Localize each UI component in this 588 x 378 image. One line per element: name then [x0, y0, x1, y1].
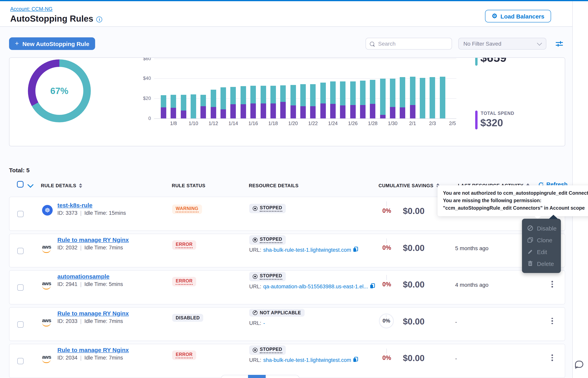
help-chat-icon[interactable]	[575, 361, 583, 368]
stacked-bar-1/30[interactable]	[390, 79, 396, 118]
stacked-bar-1/18[interactable]	[270, 86, 276, 118]
resource-url-link[interactable]: sha-bulk-rule-test-1.lightwingtest.com	[263, 247, 351, 253]
filter-sliders-icon[interactable]	[555, 39, 564, 48]
stacked-bar-1/7[interactable]	[161, 95, 166, 118]
aws-icon: aws	[42, 352, 53, 363]
select-all-checkbox[interactable]	[17, 181, 24, 188]
total-spend-swatch	[475, 110, 478, 129]
y-axis-tick: $60	[138, 57, 151, 61]
account-breadcrumb[interactable]: Account: CCM-NG	[10, 6, 52, 12]
stacked-bar-1/20[interactable]	[290, 85, 296, 118]
search-input[interactable]	[377, 40, 442, 47]
row-checkbox[interactable]	[17, 211, 24, 217]
copy-icon[interactable]	[353, 357, 358, 364]
rule-name-link[interactable]: Rule to manage RY Nginx	[57, 310, 129, 316]
select-menu-chevron-icon[interactable]	[27, 182, 33, 188]
resource-status-badge[interactable]: STOPPED	[249, 204, 286, 213]
row-options-kebab-button[interactable]	[549, 281, 556, 291]
stacked-bar-1/11[interactable]	[201, 95, 206, 118]
rule-status-badge[interactable]: ERROR	[172, 240, 196, 250]
menu-item-edit[interactable]: Edit	[522, 246, 561, 258]
rule-id-and-idle-time: ID: 2033|Idle Time: 7mins	[57, 318, 123, 324]
stacked-bar-1/16[interactable]	[250, 86, 256, 118]
rule-name-link[interactable]: Rule to manage RY Nginx	[57, 236, 129, 243]
stacked-bar-1/22[interactable]	[310, 84, 316, 118]
rule-status-badge[interactable]: ERROR	[172, 351, 196, 360]
tooltip-arrow	[533, 215, 542, 219]
total-savings-value: $659	[480, 57, 507, 65]
savings-amount: $0.00	[403, 243, 424, 253]
load-balancers-label: Load Balancers	[500, 13, 544, 19]
menu-item-clone[interactable]: Clone	[522, 234, 561, 246]
row-options-kebab-button[interactable]	[549, 318, 556, 328]
info-icon[interactable]: i	[97, 16, 102, 22]
resource-url-link[interactable]: qa-automation-alb-515563988.us-east-1.el…	[263, 284, 368, 289]
stacked-bar-2/3[interactable]	[430, 77, 435, 118]
stacked-bar-2/1[interactable]	[410, 77, 415, 118]
y-axis-tick: 0	[138, 116, 151, 121]
load-balancers-button[interactable]: ⚙ Load Balancers	[485, 10, 551, 22]
stacked-bar-1/23[interactable]	[320, 83, 326, 118]
menu-item-delete[interactable]: Delete	[522, 258, 561, 270]
row-checkbox[interactable]	[17, 321, 24, 327]
row-checkbox[interactable]	[17, 248, 24, 254]
resource-url-link[interactable]: -	[263, 320, 265, 326]
stacked-bar-2/2[interactable]	[420, 78, 425, 118]
aws-icon: aws	[42, 242, 53, 253]
stacked-bar-1/27[interactable]	[360, 81, 366, 118]
stacked-bar-1/13[interactable]	[220, 87, 226, 118]
resource-status-badge[interactable]: STOPPED	[249, 235, 286, 244]
y-axis-tick: $20	[138, 95, 151, 101]
stacked-bar-1/29[interactable]	[380, 79, 385, 118]
autostopping-rules-page: Account: CCM-NG AutoStopping Rules i ⚙ L…	[0, 0, 588, 378]
rule-name-link[interactable]: automationsample	[57, 273, 109, 280]
saved-filter-dropdown[interactable]: No Filter Saved	[458, 38, 546, 50]
stacked-bar-1/24[interactable]	[330, 81, 336, 118]
stopped-icon	[253, 274, 257, 279]
gridline	[154, 118, 456, 119]
rule-id-and-idle-time: ID: 2032|Idle Time: 7mins	[57, 244, 123, 250]
row-options-kebab-button[interactable]	[549, 354, 556, 365]
search-box[interactable]	[366, 38, 452, 50]
stacked-bar-1/17[interactable]	[260, 86, 266, 118]
stacked-bar-1/14[interactable]	[230, 87, 236, 118]
copy-icon[interactable]	[370, 283, 375, 290]
pagination-bar[interactable]	[221, 375, 299, 378]
resource-status-badge[interactable]: NOT APPLICABLE	[249, 309, 304, 316]
rule-name-link[interactable]: test-k8s-rule	[57, 202, 92, 208]
stacked-bar-1/25[interactable]	[340, 81, 346, 118]
column-cumulative-savings[interactable]: CUMULATIVE SAVINGS	[379, 183, 439, 189]
row-checkbox[interactable]	[17, 284, 24, 291]
stacked-bar-1/31[interactable]	[400, 77, 405, 118]
resource-status-badge[interactable]: STOPPED	[249, 272, 286, 281]
stacked-bar-2/4[interactable]	[440, 77, 445, 118]
sort-icon[interactable]	[79, 183, 82, 188]
stacked-bar-1/26[interactable]	[350, 81, 356, 118]
row-checkbox[interactable]	[17, 358, 24, 364]
stacked-bar-1/28[interactable]	[370, 80, 376, 118]
resource-url-link[interactable]: sha-bulk-rule-test-1.lightwingtest.com	[263, 357, 351, 363]
stacked-bar-1/19[interactable]	[280, 85, 286, 118]
total-count-label: Total: 5	[9, 167, 29, 174]
copy-icon[interactable]	[353, 246, 358, 253]
last-resource-activity: 5 months ago	[455, 245, 488, 251]
rule-status-badge[interactable]: DISABLED	[172, 314, 203, 322]
stacked-bar-1/15[interactable]	[241, 86, 246, 118]
current-page-button[interactable]	[248, 375, 266, 378]
stacked-bar-1/10[interactable]	[191, 94, 196, 118]
rule-status-badge[interactable]: WARNING	[172, 204, 202, 214]
x-axis-tick: 1/16	[248, 121, 258, 126]
stacked-bar-1/12[interactable]	[211, 90, 216, 118]
stacked-bar-1/21[interactable]	[300, 84, 306, 118]
savings-percentage: 67%	[35, 67, 83, 115]
savings-percentage-value: 0%	[375, 207, 398, 214]
column-rule-details[interactable]: RULE DETAILS	[41, 183, 82, 189]
stacked-bar-1/8[interactable]	[171, 95, 176, 118]
stacked-bar-1/9[interactable]	[181, 95, 186, 118]
rule-status-badge[interactable]: ERROR	[172, 277, 196, 286]
resource-status-badge[interactable]: STOPPED	[249, 345, 286, 355]
rule-name-link[interactable]: Rule to manage RY Nginx	[57, 347, 129, 353]
menu-item-disable[interactable]: Disable	[522, 222, 561, 234]
x-axis-tick: 1/26	[348, 121, 358, 126]
new-autostopping-rule-button[interactable]: + New AutoStopping Rule	[9, 37, 95, 50]
